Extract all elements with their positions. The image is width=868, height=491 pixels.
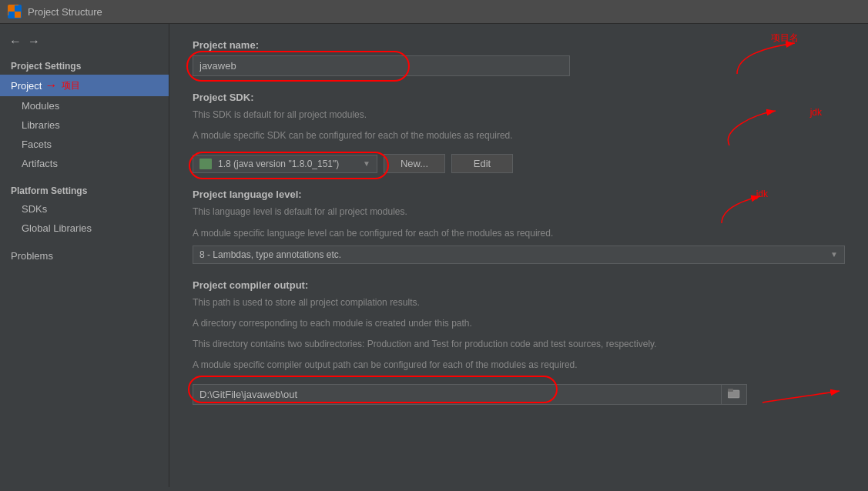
forward-button[interactable]: →: [26, 35, 42, 48]
sidebar-item-label: Facets: [22, 139, 52, 150]
sdk-edit-button[interactable]: Edit: [451, 154, 513, 173]
red-annotation-label: 项目: [62, 79, 80, 92]
back-button[interactable]: ←: [8, 35, 23, 48]
project-sdk-section: Project SDK: This SDK is default for all…: [193, 92, 845, 173]
sdk-folder-icon: [199, 159, 212, 169]
sdk-new-button[interactable]: New...: [384, 154, 445, 173]
compiler-desc3: This directory contains two subdirectori…: [193, 337, 845, 352]
sdk-desc2: A module specific SDK can be configured …: [193, 129, 845, 143]
svg-rect-0: [8, 5, 15, 12]
lang-dropdown-arrow: ▼: [830, 250, 838, 259]
compiler-folder-button[interactable]: [721, 385, 746, 404]
compiler-desc2: A directory corresponding to each module…: [193, 316, 845, 331]
sidebar-item-problems[interactable]: Problems: [0, 246, 169, 266]
project-sdk-label: Project SDK:: [193, 92, 845, 103]
project-compiler-label: Project compiler output:: [193, 279, 845, 291]
sidebar-item-libraries[interactable]: Libraries: [0, 115, 169, 135]
sidebar-item-project[interactable]: Project → 项目: [0, 75, 169, 96]
sidebar: ← → Project Settings Project → 项目 Module…: [0, 24, 169, 487]
sdk-value: 1.8 (java version "1.8.0_151"): [218, 159, 357, 169]
sidebar-item-modules[interactable]: Modules: [0, 96, 169, 115]
sidebar-item-label: Global Libraries: [22, 222, 92, 234]
sidebar-item-sdks[interactable]: SDKs: [0, 199, 169, 219]
sidebar-item-label: Problems: [11, 250, 53, 262]
project-name-label: Project name:: [193, 39, 845, 51]
project-language-section: Project language level: This language le…: [193, 189, 845, 263]
lang-desc2: A module specific language level can be …: [193, 226, 845, 241]
sidebar-item-artifacts[interactable]: Artifacts: [0, 154, 169, 173]
compiler-output-input[interactable]: [193, 385, 721, 404]
lang-desc1: This language level is default for all p…: [193, 205, 845, 219]
window-title: Project Structure: [28, 6, 102, 18]
sidebar-item-label: Modules: [22, 100, 59, 112]
svg-rect-1: [15, 5, 21, 12]
svg-rect-2: [8, 12, 15, 18]
project-compiler-section: Project compiler output: This path is us…: [193, 279, 845, 405]
compiler-desc1: This path is used to store all project c…: [193, 296, 845, 310]
sidebar-item-label: SDKs: [22, 203, 47, 215]
title-bar: Project Structure: [0, 0, 868, 24]
nav-buttons: ← →: [0, 30, 169, 56]
compiler-desc4: A module specific compiler output path c…: [193, 358, 845, 372]
project-language-label: Project language level:: [193, 189, 845, 200]
main-content: ← → Project Settings Project → 项目 Module…: [0, 24, 868, 487]
content-area: Project name: 项目名: [169, 24, 868, 487]
sidebar-item-global-libraries[interactable]: Global Libraries: [0, 219, 169, 238]
sidebar-item-label: Libraries: [22, 119, 60, 131]
project-name-section: Project name: 项目名: [193, 39, 845, 76]
sidebar-item-label: Project: [11, 80, 42, 92]
sdk-dropdown-arrow: ▼: [363, 159, 370, 168]
platform-settings-header: Platform Settings: [0, 181, 169, 199]
sdk-row: 1.8 (java version "1.8.0_151") ▼ New... …: [193, 154, 513, 173]
lang-level-value: 8 - Lambdas, type annotations etc.: [199, 249, 824, 260]
sdk-dropdown[interactable]: 1.8 (java version "1.8.0_151") ▼: [193, 155, 377, 173]
sdk-desc1: This SDK is default for all project modu…: [193, 108, 845, 122]
language-level-dropdown[interactable]: 8 - Lambdas, type annotations etc. ▼: [193, 246, 845, 264]
red-arrow-icon: →: [45, 78, 57, 92]
sidebar-item-facets[interactable]: Facets: [0, 135, 169, 154]
app-icon: [8, 5, 22, 18]
sidebar-item-label: Artifacts: [22, 158, 58, 169]
svg-rect-8: [728, 389, 733, 392]
svg-rect-3: [15, 12, 21, 18]
compiler-output-row: [193, 384, 747, 405]
project-name-input[interactable]: [193, 55, 570, 76]
project-settings-header: Project Settings: [0, 56, 169, 75]
